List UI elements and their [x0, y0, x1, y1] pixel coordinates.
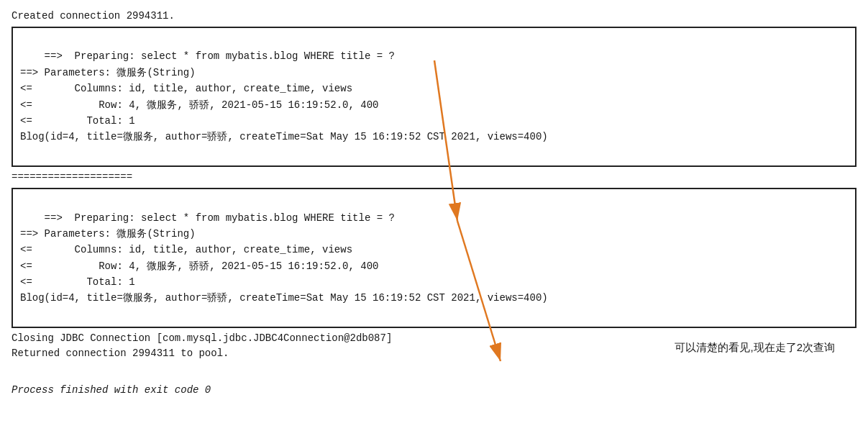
box1-line5: <= Total: 1 [20, 115, 135, 127]
footer-line4: Process finished with exit code 0 [12, 383, 856, 398]
header-line: Created connection 2994311. [12, 9, 856, 24]
separator-line: ==================== [12, 170, 856, 185]
box2-line1: ==> Preparing: select * from mybatis.blo… [45, 212, 395, 224]
box2-line3: <= Columns: id, title, author, create_ti… [20, 244, 352, 255]
box1-line1: ==> Preparing: select * from mybatis.blo… [45, 50, 395, 62]
box2-line2: ==> Parameters: 微服务(String) [20, 228, 196, 240]
box1-line2: ==> Parameters: 微服务(String) [20, 67, 196, 78]
box2-line5: <= Total: 1 [20, 276, 135, 288]
box1-line6: Blog(id=4, title=微服务, author=骄骄, createT… [20, 131, 548, 142]
main-content: Created connection 2994311. ==> Preparin… [12, 9, 856, 398]
query-box-1: ==> Preparing: select * from mybatis.blo… [12, 27, 856, 167]
query-box-2: ==> Preparing: select * from mybatis.blo… [12, 188, 856, 328]
box2-line4: <= Row: 4, 微服务, 骄骄, 2021-05-15 16:19:52.… [20, 260, 378, 272]
box2-line6: Blog(id=4, title=微服务, author=骄骄, createT… [20, 292, 548, 304]
box1-line4: <= Row: 4, 微服务, 骄骄, 2021-05-15 16:19:52.… [20, 99, 378, 111]
annotation-label: 可以清楚的看见,现在走了2次查询 [675, 341, 835, 355]
box1-line3: <= Columns: id, title, author, create_ti… [20, 83, 352, 94]
